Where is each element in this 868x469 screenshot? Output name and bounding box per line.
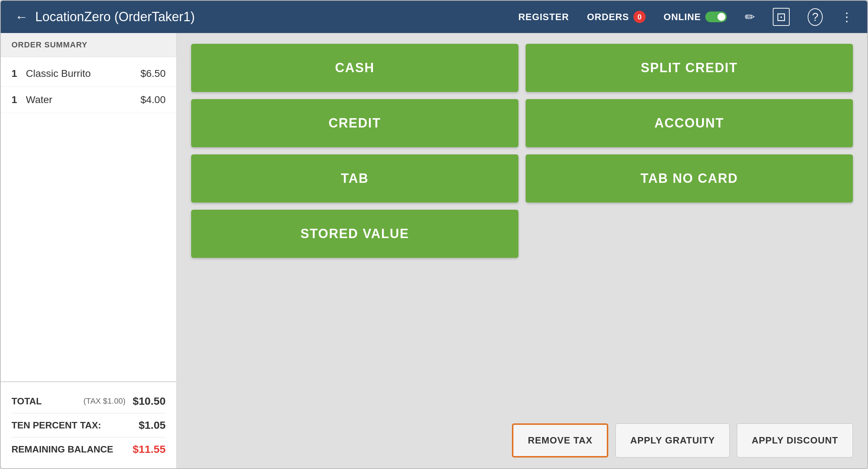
cash-button[interactable]: CASH	[191, 44, 518, 92]
register-nav[interactable]: REGISTER	[518, 11, 569, 23]
apply-gratuity-button[interactable]: APPLY GRATUITY	[615, 423, 730, 458]
header-left: ← LocationZero (OrderTaker1)	[15, 9, 518, 24]
main-content: ORDER SUMMARY 1 Classic Burrito $6.50 1 …	[1, 33, 867, 468]
total-row: TOTAL (TAX $1.00) $10.50	[11, 389, 166, 413]
credit-button[interactable]: CREDIT	[191, 99, 518, 147]
menu-icon[interactable]: ⋮	[841, 10, 853, 24]
remaining-balance-amount: $11.55	[133, 443, 166, 455]
order-summary-header: ORDER SUMMARY	[1, 33, 176, 57]
orders-badge: 0	[633, 11, 646, 23]
account-button[interactable]: ACCOUNT	[526, 99, 853, 147]
order-items-list: 1 Classic Burrito $6.50 1 Water $4.00	[1, 57, 176, 381]
pencil-icon[interactable]: ✏	[745, 10, 755, 24]
payment-panel: CASH SPLIT CREDIT CREDIT ACCOUNT TAB TAB…	[177, 33, 867, 468]
tab-no-card-button[interactable]: TAB NO CARD	[526, 154, 853, 203]
orders-nav[interactable]: ORDERS 0	[587, 11, 646, 23]
payment-buttons-grid: CASH SPLIT CREDIT CREDIT ACCOUNT TAB TAB…	[191, 44, 853, 416]
table-row: 1 Classic Burrito $6.50	[1, 61, 176, 87]
order-panel: ORDER SUMMARY 1 Classic Burrito $6.50 1 …	[1, 33, 177, 468]
order-summary-title: ORDER SUMMARY	[11, 40, 87, 49]
orders-label: ORDERS	[587, 11, 629, 23]
remaining-balance-label: REMAINING BALANCE	[11, 444, 133, 455]
app-header: ← LocationZero (OrderTaker1) REGISTER OR…	[1, 1, 867, 33]
online-indicator: ONLINE	[664, 11, 727, 23]
item-price: $4.00	[140, 94, 166, 106]
total-label: TOTAL	[11, 396, 83, 407]
tab-button[interactable]: TAB	[191, 154, 518, 203]
ten-percent-tax-amount: $1.05	[139, 419, 166, 431]
total-amount: $10.50	[133, 395, 166, 407]
table-row: 1 Water $4.00	[1, 87, 176, 113]
help-icon[interactable]: ?	[808, 8, 823, 26]
item-price: $6.50	[140, 68, 166, 79]
ten-percent-tax-row: TEN PERCENT TAX: $1.05	[11, 413, 166, 437]
ten-percent-tax-label: TEN PERCENT TAX:	[11, 420, 139, 431]
apply-discount-button[interactable]: APPLY DISCOUNT	[737, 423, 853, 458]
online-label: ONLINE	[664, 11, 701, 23]
item-name: Classic Burrito	[26, 68, 140, 79]
item-quantity: 1	[11, 94, 26, 106]
stored-value-button[interactable]: STORED VALUE	[191, 210, 518, 258]
app-title: LocationZero (OrderTaker1)	[35, 9, 195, 24]
item-name: Water	[26, 94, 140, 106]
tax-note: (TAX $1.00)	[83, 396, 125, 406]
online-toggle[interactable]	[705, 11, 727, 22]
remove-tax-button[interactable]: REMOVE TAX	[512, 423, 608, 458]
bottom-actions: REMOVE TAX APPLY GRATUITY APPLY DISCOUNT	[191, 416, 853, 458]
remaining-balance-row: REMAINING BALANCE $11.55	[11, 437, 166, 461]
back-button[interactable]: ←	[15, 9, 28, 24]
order-totals: TOTAL (TAX $1.00) $10.50 TEN PERCENT TAX…	[1, 381, 176, 468]
camera-icon[interactable]: ⊡	[773, 8, 790, 26]
split-credit-button[interactable]: SPLIT CREDIT	[526, 44, 853, 92]
header-right: REGISTER ORDERS 0 ONLINE ✏ ⊡ ? ⋮	[518, 8, 853, 26]
item-quantity: 1	[11, 68, 26, 79]
